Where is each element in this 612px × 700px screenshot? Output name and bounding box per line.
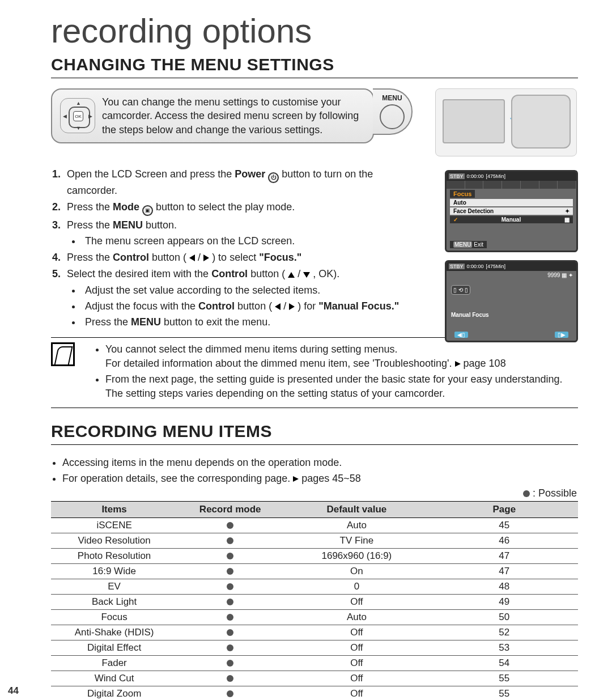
table-row: EV048 [51,579,578,594]
down-arrow-icon [303,272,310,278]
cell-record-mode [177,671,283,686]
mode-icon: ▣ [142,205,153,216]
left-arrow-icon [275,303,280,310]
table-row: Digital ZoomOff55 [51,686,578,700]
step-5-sub-2: Adjust the focus with the Control button… [82,299,402,313]
lcd-preview-manual-focus: STBY 0:00:00 [475Min] 9999 ▦ ✦ ▯ ⟲ ▯ Man… [445,260,578,342]
dot-icon [227,522,233,529]
right-arrow-icon [203,254,209,261]
cell-record-mode [177,533,283,548]
cell-record-mode [177,686,283,700]
header-record-mode: Record mode [177,501,283,517]
section2-intro-list: Accessing items in the menu depends on t… [51,455,578,486]
step-4: Press the Control button ( / ) to select… [63,250,402,265]
dot-icon [227,690,233,697]
lcd-nav-right-icon: ▯▶ [555,332,568,338]
right-arrow-icon [289,303,295,310]
cell-default: Auto [283,517,430,533]
page-ref-arrow-icon [455,361,461,367]
note-icon [51,342,75,366]
cell-default: TV Fine [283,533,430,548]
note-2: From the next page, the setting guide is… [105,372,578,401]
dot-icon [523,490,530,497]
table-row: Photo Resolution1696x960 (16:9)47 [51,548,578,563]
table-row: Wind CutOff55 [51,671,578,686]
menu-ring-icon [380,104,405,129]
cell-record-mode [177,609,283,625]
cell-item: Fader [51,655,177,671]
lcd-stby: STBY [449,264,465,269]
heading-recording-menu-items: RECORDING MENU ITEMS [51,422,578,441]
rule [51,78,578,78]
cell-page: 49 [431,594,578,609]
cell-item: 16:9 Wide [51,563,177,579]
cell-record-mode [177,594,283,609]
lcd-opt-manual: Manual▦ [450,216,573,223]
cell-page: 45 [431,517,578,533]
cell-record-mode [177,625,283,640]
intro-text: You can change the menu settings to cust… [102,95,365,137]
dot-icon [227,660,233,667]
table-row: FocusAuto50 [51,609,578,625]
table-row: iSCENEAuto45 [51,517,578,533]
cell-default: Off [283,640,430,655]
cell-item: Back Light [51,594,177,609]
cell-default: Auto [283,609,430,625]
lcd-preview-focus-menu: STBY 0:00:00 [475Min] Focus Auto Face De… [445,170,578,252]
menu-button-illustration: MENU [373,88,413,135]
table-legend: : Possible [34,487,577,499]
cell-default: Off [283,625,430,640]
cell-page: 52 [431,625,578,640]
up-arrow-icon [288,272,295,278]
cell-default: Off [283,686,430,700]
cell-page: 54 [431,655,578,671]
cell-item: Wind Cut [51,671,177,686]
dot-icon [227,629,233,636]
table-row: FaderOff54 [51,655,578,671]
step-5-sub-3: Press the MENU button to exit the menu. [82,315,402,329]
cell-default: Off [283,671,430,686]
table-row: Anti-Shake (HDIS)Off52 [51,625,578,640]
lcd-exit: MENU Exit [450,241,487,248]
step-5: Select the desired item with the Control… [63,266,402,329]
cell-default: On [283,563,430,579]
cell-record-mode [177,563,283,579]
cell-item: Focus [51,609,177,625]
intro-box: OK ▲▼ ◀▶ You can change the menu setting… [51,88,374,143]
dot-icon [227,675,233,682]
table-header-row: Items Record mode Default value Page [51,501,578,517]
lcd-focus-title: Focus [450,190,475,198]
cell-page: 53 [431,640,578,655]
cell-record-mode [177,548,283,563]
cell-default: 1696x960 (16:9) [283,548,430,563]
dot-icon [227,537,233,544]
table-row: Digital EffectOff53 [51,640,578,655]
dot-icon [227,583,233,590]
step-5-sub-1: Adjust the set value according to the se… [82,283,402,298]
lcd-opt-face: Face Detection✦ [450,207,573,215]
cell-page: 47 [431,563,578,579]
dpad-icon: OK ▲▼ ◀▶ [60,98,95,133]
camcorder-illustration [435,88,577,156]
lcd-opt-auto: Auto [450,199,573,206]
cell-page: 55 [431,686,578,700]
cell-item: iSCENE [51,517,177,533]
dot-icon [227,568,233,575]
cell-item: EV [51,579,177,594]
cell-default: 0 [283,579,430,594]
lcd-manual-focus-label: Manual Focus [451,312,489,318]
step-1: Open the LCD Screen and press the Power … [63,167,402,198]
page-ref-arrow-icon [293,476,299,482]
dot-icon [227,614,233,621]
header-items: Items [51,501,177,517]
cell-item: Photo Resolution [51,548,177,563]
cell-item: Digital Zoom [51,686,177,700]
table-row: Video ResolutionTV Fine46 [51,533,578,548]
cell-page: 50 [431,609,578,625]
steps-list: Open the LCD Screen and press the Power … [51,167,402,329]
step-3: Press the MENU button. The menu screen a… [63,218,402,248]
section2-intro-1: Accessing items in the menu depends on t… [62,455,578,470]
dpad-ok-label: OK [73,111,83,121]
menu-label: MENU [382,94,402,102]
cell-record-mode [177,579,283,594]
